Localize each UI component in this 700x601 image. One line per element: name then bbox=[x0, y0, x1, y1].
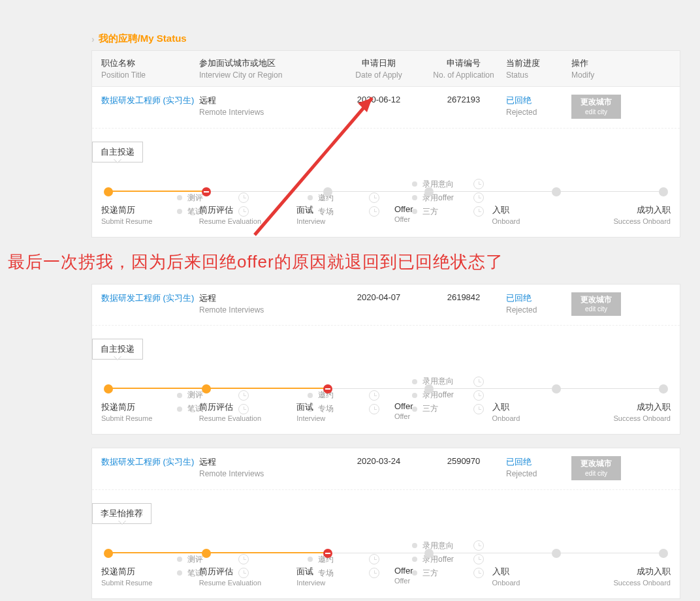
step-dot bbox=[104, 187, 113, 196]
hdr-no: 申请编号 bbox=[421, 57, 506, 69]
row-date: 2020-06-12 bbox=[336, 95, 421, 104]
row-no: 2672193 bbox=[421, 95, 506, 104]
edit-city-button[interactable]: 更改城市 edit city bbox=[571, 292, 621, 316]
step-label-en: Interview bbox=[296, 414, 377, 422]
step-label: 面试 bbox=[296, 204, 377, 216]
step-dot bbox=[323, 187, 332, 196]
step-dot bbox=[424, 187, 434, 196]
timeline: 测评 笔试 邀约 专场 录用意向 录用offer 三方 自主投递 投递简 bbox=[92, 128, 680, 237]
step-track bbox=[101, 187, 671, 196]
hdr-city-en: Interview City or Region bbox=[199, 70, 336, 80]
hdr-no-en: No. of Application bbox=[421, 70, 506, 80]
step-label-en: Onboard bbox=[492, 579, 573, 587]
step-label: 入职 bbox=[492, 204, 573, 216]
row-status-en: Rejected bbox=[506, 469, 571, 478]
step-label-en: Success Onboard bbox=[590, 579, 671, 587]
step-label-en: Onboard bbox=[492, 414, 573, 422]
step-dot bbox=[104, 384, 113, 393]
edit-city-button[interactable]: 更改城市 edit city bbox=[571, 456, 621, 480]
row-status: 已回绝 bbox=[506, 95, 571, 106]
step-label: 投递简历 bbox=[101, 204, 182, 216]
step-label: Offer bbox=[394, 566, 475, 576]
step-label: 简历评估 bbox=[199, 204, 280, 216]
step-label-en: Offer bbox=[394, 577, 475, 585]
step-label: 面试 bbox=[296, 401, 377, 413]
step-dot bbox=[104, 549, 113, 558]
step-label: 面试 bbox=[296, 566, 377, 578]
step-label: 入职 bbox=[492, 401, 573, 413]
application-row: 数据研发工程师 (实习生) 远程 Remote Interviews 2020-… bbox=[92, 285, 680, 326]
row-no: 2590970 bbox=[421, 456, 506, 466]
step-label: 入职 bbox=[492, 566, 573, 578]
section-title-text: 我的应聘/My Status bbox=[99, 33, 187, 45]
application-card: 数据研发工程师 (实习生) 远程 Remote Interviews 2020-… bbox=[91, 448, 680, 599]
application-row: 数据研发工程师 (实习生) 远程 Remote Interviews 2020-… bbox=[92, 448, 680, 489]
step-label: 成功入职 bbox=[590, 566, 671, 578]
user-annotation: 最后一次捞我，因为后来回绝offer的原因就退回到已回绝状态了 bbox=[8, 251, 680, 273]
hdr-op: 操作 bbox=[571, 57, 637, 69]
step-label: 投递简历 bbox=[101, 566, 182, 578]
step-label: 成功入职 bbox=[590, 204, 671, 216]
step-label: Offer bbox=[394, 204, 475, 214]
row-status-en: Rejected bbox=[506, 108, 571, 117]
step-label-en: Resume Evaluation bbox=[199, 579, 280, 587]
application-card: 数据研发工程师 (实习生) 远程 Remote Interviews 2020-… bbox=[91, 284, 680, 435]
row-city: 远程 bbox=[199, 95, 336, 106]
step-dot bbox=[552, 187, 561, 196]
step-label-en: Resume Evaluation bbox=[199, 217, 280, 225]
step-dot bbox=[202, 384, 211, 393]
position-link[interactable]: 数据研发工程师 (实习生) bbox=[101, 95, 199, 106]
row-city: 远程 bbox=[199, 292, 336, 304]
row-status: 已回绝 bbox=[506, 456, 571, 468]
edit-city-en: edit city bbox=[577, 305, 616, 313]
step-label-en: Submit Resume bbox=[101, 217, 182, 225]
step-label: 成功入职 bbox=[590, 401, 671, 413]
row-city-en: Remote Interviews bbox=[199, 305, 336, 315]
edit-city-cn: 更改城市 bbox=[577, 295, 616, 305]
position-link[interactable]: 数据研发工程师 (实习生) bbox=[101, 456, 199, 468]
step-dot bbox=[202, 549, 211, 558]
edit-city-en: edit city bbox=[577, 469, 616, 478]
row-city-en: Remote Interviews bbox=[199, 108, 336, 117]
status-header-card: 职位名称 Position Title 参加面试城市或地区 Interview … bbox=[91, 50, 680, 238]
step-dot bbox=[659, 384, 668, 393]
application-row: 数据研发工程师 (实习生) 远程 Remote Interviews 2020-… bbox=[92, 87, 680, 128]
edit-city-cn: 更改城市 bbox=[577, 97, 616, 108]
step-label-en: Interview bbox=[296, 579, 377, 587]
hdr-op-en: Modify bbox=[571, 70, 637, 80]
step-dot bbox=[424, 384, 434, 393]
hdr-city: 参加面试城市或地区 bbox=[199, 57, 336, 69]
step-dot bbox=[552, 549, 561, 558]
row-date: 2020-03-24 bbox=[336, 456, 421, 466]
step-dot bbox=[552, 384, 561, 393]
edit-city-en: edit city bbox=[577, 108, 616, 116]
step-label: 简历评估 bbox=[199, 566, 280, 578]
step-label-en: Onboard bbox=[492, 217, 573, 225]
row-date: 2020-04-07 bbox=[336, 292, 421, 302]
hdr-date: 申请日期 bbox=[336, 57, 421, 69]
step-dot bbox=[424, 549, 434, 558]
step-label-en: Submit Resume bbox=[101, 414, 182, 422]
apply-source-badge: 自主投递 bbox=[92, 142, 143, 162]
step-label-en: Success Onboard bbox=[590, 414, 671, 422]
step-dot-fail bbox=[323, 549, 332, 558]
step-label-en: Offer bbox=[394, 215, 475, 223]
step-label: 简历评估 bbox=[199, 401, 280, 413]
step-dot bbox=[659, 549, 668, 558]
step-dot bbox=[659, 187, 668, 196]
apply-source-badge: 自主投递 bbox=[92, 339, 143, 360]
row-status: 已回绝 bbox=[506, 292, 571, 304]
step-label-en: Submit Resume bbox=[101, 579, 182, 587]
step-label-en: Success Onboard bbox=[590, 217, 671, 225]
edit-city-button[interactable]: 更改城市 edit city bbox=[571, 95, 621, 119]
step-label: Offer bbox=[394, 401, 475, 411]
apply-source-badge: 李呈怡推荐 bbox=[92, 503, 151, 524]
edit-city-cn: 更改城市 bbox=[577, 459, 616, 469]
hdr-status: 当前进度 bbox=[506, 57, 571, 69]
position-link[interactable]: 数据研发工程师 (实习生) bbox=[101, 292, 199, 304]
chevron-right-icon: › bbox=[91, 34, 95, 44]
step-label-en: Resume Evaluation bbox=[199, 414, 280, 422]
hdr-position: 职位名称 bbox=[101, 57, 199, 69]
table-header: 职位名称 Position Title 参加面试城市或地区 Interview … bbox=[92, 51, 680, 87]
step-label-en: Interview bbox=[296, 217, 377, 225]
